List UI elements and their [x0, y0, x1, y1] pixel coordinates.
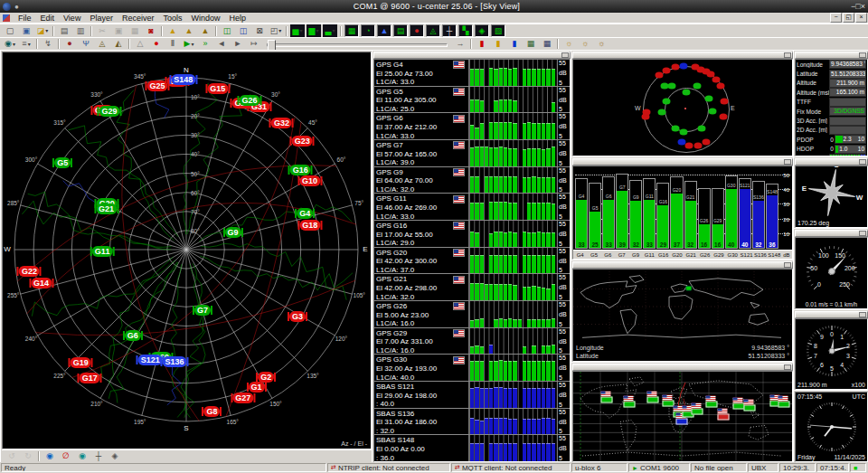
- us-flag-icon: [453, 302, 465, 310]
- panel-close-button[interactable]: [561, 52, 569, 58]
- panel-close-button[interactable]: [784, 52, 791, 58]
- text-console-button[interactable]: ▮: [491, 38, 505, 51]
- hotstart-button[interactable]: ◬: [95, 38, 109, 51]
- signal-history-bars: [468, 60, 557, 86]
- tile-vertical-button[interactable]: ◫: [236, 24, 250, 37]
- message-view-button[interactable]: ▦: [524, 38, 538, 51]
- table-view-toggle[interactable]: ▚: [458, 24, 473, 37]
- print-button[interactable]: ▤: [57, 24, 71, 37]
- autobauding-button[interactable]: ↯: [41, 38, 55, 51]
- panel-close-button[interactable]: [859, 52, 866, 58]
- firmware-update-button[interactable]: ▲: [165, 24, 180, 37]
- map-view-toggle[interactable]: ◈: [475, 24, 489, 37]
- new-file-button[interactable]: ▢: [3, 24, 17, 37]
- new-view-button[interactable]: ◰▾: [269, 24, 283, 37]
- menu-player[interactable]: Player: [85, 14, 118, 23]
- panel-close-button[interactable]: [784, 159, 791, 165]
- panel-close-button[interactable]: [784, 364, 791, 370]
- receiver-gear-button[interactable]: ●: [62, 38, 77, 51]
- flash-tool-button[interactable]: ▲: [182, 24, 196, 37]
- text-console-toggle[interactable]: ▤: [393, 24, 408, 37]
- statistic-view-toggle[interactable]: ┼: [442, 24, 457, 37]
- play-button[interactable]: ▶▾: [182, 38, 196, 51]
- messages-view-toggle[interactable]: ●: [410, 24, 424, 37]
- panel-grab-bar[interactable]: [572, 364, 793, 371]
- redo-zoom-button: ↻: [21, 450, 35, 463]
- altimeter-panel: 211.900 m x100 0123456789: [793, 309, 868, 392]
- panel-close-button[interactable]: [859, 159, 866, 165]
- signal-history-bars: [468, 435, 557, 461]
- close-button[interactable]: ×: [861, 2, 865, 11]
- packet-console-toggle[interactable]: ◔: [361, 24, 375, 37]
- menu-tools[interactable]: Tools: [158, 14, 186, 23]
- panel-grab-bar[interactable]: [572, 52, 793, 59]
- crosshair-button[interactable]: ┼: [91, 450, 106, 463]
- satellite-track-map-panel: [571, 362, 795, 464]
- record-button[interactable]: ●: [149, 38, 164, 51]
- panel-close-button[interactable]: [859, 231, 866, 236]
- svg-text:1: 1: [840, 334, 844, 340]
- panel-close-button[interactable]: [859, 312, 866, 317]
- svg-text:240°: 240°: [25, 336, 38, 342]
- mdi-restore-button[interactable]: ◱: [843, 13, 854, 23]
- clear-history-button[interactable]: ∅: [59, 450, 73, 463]
- binary-console-toggle[interactable]: ▲: [377, 24, 392, 37]
- tile-horizontal-button[interactable]: ◫: [220, 24, 234, 37]
- chart-view-button[interactable]: ▅▾: [290, 24, 305, 37]
- configuration-view-button[interactable]: ▦: [540, 38, 554, 51]
- satellite-marker: [778, 395, 788, 407]
- tools-button[interactable]: ☼: [594, 38, 609, 51]
- mdi-minimize-button[interactable]: −: [830, 13, 842, 23]
- fast-forward-button[interactable]: »: [198, 38, 212, 51]
- sky-view-toggle[interactable]: ▧: [491, 24, 505, 37]
- skip-next-button[interactable]: ↦: [247, 38, 261, 51]
- playback-slider[interactable]: [267, 39, 448, 50]
- antenna-button[interactable]: Ψ: [79, 38, 93, 51]
- status-indicator: ■: [850, 463, 866, 472]
- panel-grab-bar[interactable]: [795, 311, 868, 318]
- panel-grab-bar[interactable]: [572, 261, 793, 269]
- preferences-button[interactable]: ☼: [561, 38, 576, 51]
- panel-grab-bar[interactable]: [795, 52, 868, 59]
- print-preview-button[interactable]: ▥: [73, 24, 88, 37]
- menu-view[interactable]: View: [59, 14, 85, 23]
- menu-edit[interactable]: Edit: [36, 14, 60, 23]
- toolbar-separator: [286, 26, 288, 36]
- panel-grab-bar[interactable]: [795, 230, 868, 237]
- docking-view-toggle[interactable]: ▦: [344, 24, 359, 37]
- legacy-update-button[interactable]: ▲: [198, 24, 212, 37]
- configure-view-toggle[interactable]: ◬: [426, 24, 440, 37]
- menu-window[interactable]: Window: [186, 14, 224, 23]
- coldstart-button[interactable]: ◭: [111, 38, 126, 51]
- menu-file[interactable]: File: [14, 14, 36, 23]
- panel-grab-bar[interactable]: [373, 52, 571, 59]
- stop-logging-button[interactable]: ◙: [144, 24, 158, 37]
- pause-button[interactable]: Ⅱ: [165, 38, 180, 51]
- histogram-view-button[interactable]: ▆▾: [307, 24, 321, 37]
- save-file-button[interactable]: ▣: [19, 24, 33, 37]
- binary-console-button[interactable]: ▮: [475, 38, 489, 51]
- menu-receiver[interactable]: Receiver: [118, 14, 159, 23]
- panel-grab-bar[interactable]: [572, 158, 793, 166]
- db-scale: 55dB5: [557, 140, 570, 166]
- close-window-button[interactable]: ⊠: [252, 24, 267, 37]
- database-button[interactable]: ☼: [578, 38, 592, 51]
- record-points-button[interactable]: ◉: [75, 450, 90, 463]
- step-back-button[interactable]: ◄: [214, 38, 229, 51]
- step-forward-button[interactable]: ►: [231, 38, 245, 51]
- open-file-button[interactable]: ◪▾: [35, 24, 50, 37]
- skip-end-button[interactable]: →: [453, 38, 467, 51]
- mdi-close-button[interactable]: ×: [855, 13, 867, 23]
- us-flag-icon: [453, 61, 465, 69]
- packet-console-button[interactable]: ▮: [507, 38, 522, 51]
- panel-close-button[interactable]: [784, 262, 791, 268]
- x-axis-label: G7: [615, 252, 628, 258]
- baudrate-select-button[interactable]: ≡▾: [19, 38, 33, 51]
- panel-grab-bar[interactable]: [795, 158, 868, 166]
- world-button[interactable]: ◉: [42, 450, 57, 463]
- projection-button[interactable]: ◈: [108, 450, 122, 463]
- eject-button[interactable]: △: [133, 38, 147, 51]
- menu-help[interactable]: Help: [224, 14, 250, 23]
- port-select-button[interactable]: ◉▾: [3, 38, 17, 51]
- camera-view-button[interactable]: ▃▾: [323, 24, 337, 37]
